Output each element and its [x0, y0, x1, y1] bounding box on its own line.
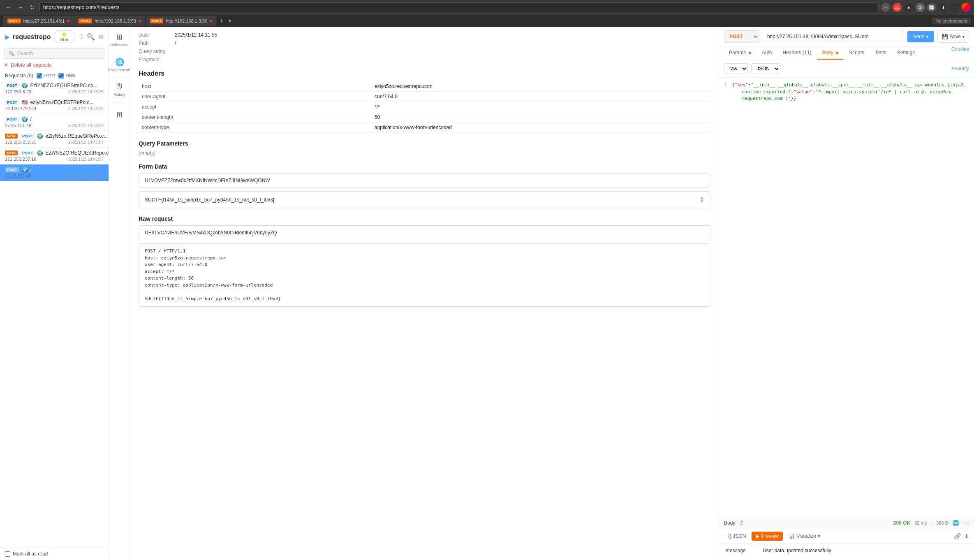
beautify-button[interactable]: Beautify: [951, 66, 969, 72]
delete-all-button[interactable]: ✕ Delete all requests: [4, 62, 104, 68]
send-button[interactable]: Send ▾: [907, 31, 934, 42]
form-data-box[interactable]: U1VDVEZ7Zmw0c2tfMXNfNWItcDFIXZJINI9weWQO…: [139, 173, 710, 188]
cookies-link[interactable]: Cookies: [951, 46, 969, 60]
tab-settings[interactable]: Settings: [892, 46, 920, 60]
header-name-host: host: [139, 81, 371, 92]
ext-icon-1[interactable]: 🎮: [881, 3, 890, 12]
flag-icon: 🇺🇸: [22, 100, 28, 105]
new-badge: NEW: [5, 134, 18, 139]
form-data-box-2[interactable]: SUCTF{f14sk_1s_5imp1e_bu7_pyd45h_1s_n0t_…: [139, 191, 710, 208]
tab-auth[interactable]: Auth: [757, 46, 777, 60]
back-button[interactable]: ←: [3, 3, 13, 12]
forward-button[interactable]: →: [16, 3, 25, 12]
response-history-icon[interactable]: ⏱: [739, 520, 744, 526]
headers-title: Headers: [139, 70, 710, 77]
dns-label: DNS: [65, 73, 75, 78]
sidebar-item-history[interactable]: ⏱ History: [111, 81, 129, 99]
new-badge: NEW: [5, 150, 18, 155]
zoom-icon[interactable]: ⊕: [98, 33, 104, 41]
method-badge: POST: [5, 167, 19, 172]
code-editor[interactable]: 1 {"key":"__init__.__globals__.globals._…: [719, 78, 974, 517]
tab-1[interactable]: POST http://27.25.151.48:1: [3, 16, 74, 26]
tab-dropdown-button[interactable]: ▾: [227, 18, 233, 24]
network-icon[interactable]: 🌐: [952, 520, 959, 526]
list-item[interactable]: POST 🇺🇸 ezIyN5zo.rEQuESTRePo.c... 74.125…: [0, 97, 109, 114]
refresh-button[interactable]: ↻: [28, 3, 37, 12]
body-format-raw[interactable]: raw: [724, 63, 748, 74]
resp-tab-visualize[interactable]: 📊 Visualize ▾: [784, 532, 824, 541]
tab-tests[interactable]: Tests: [870, 46, 891, 60]
method-select[interactable]: POST GET PUT DELETE: [724, 30, 759, 43]
path-value: /: [175, 40, 176, 46]
resp-tab-json[interactable]: {} JSON: [724, 532, 750, 541]
flag-icon: 🌍: [22, 167, 28, 173]
sidebar-item-collections[interactable]: ⊞ Collections: [111, 30, 129, 49]
ext-icon-5[interactable]: 🔄: [927, 3, 936, 12]
dns-checkbox[interactable]: [58, 73, 64, 79]
mark-all-read-button[interactable]: Mark all as read: [0, 547, 109, 560]
url-bar-row: POST GET PUT DELETE Send ▾ 💾 Save ▾: [719, 27, 974, 46]
tab-2[interactable]: POST http://192.168.1.3:50: [74, 16, 145, 26]
sidebar-item-grids[interactable]: ⊞: [111, 106, 129, 124]
left-sidebar: ▶ requestrepo ⭐ Star ☽ 🔍 ⊕ 🔍 Search ✕ De…: [0, 27, 109, 560]
profile-icon[interactable]: [962, 3, 971, 12]
sidebar-item-environments[interactable]: 🌐 Environments: [111, 56, 129, 74]
ext-icon-7[interactable]: ⋯: [950, 3, 959, 12]
more-options-icon[interactable]: ⋯: [963, 520, 969, 526]
tab2-dot: [139, 20, 141, 22]
new-tab-button[interactable]: +: [217, 17, 226, 25]
visualize-label: Visualize: [796, 533, 816, 539]
tab-scripts[interactable]: Scripts: [844, 46, 869, 60]
tab-3[interactable]: POST http://192.168.1.3:50: [146, 16, 216, 26]
ext-icon-6[interactable]: ⬇: [939, 3, 948, 12]
search-toggle[interactable]: 🔍: [87, 33, 95, 41]
body-toolbar: raw JSON Beautify: [719, 60, 974, 78]
dropdown-icon[interactable]: ⇕: [699, 196, 704, 204]
search-icon: 🔍: [9, 51, 15, 56]
copy-link-icon[interactable]: 🔗: [954, 533, 961, 539]
ext-icon-2[interactable]: 🦊: [893, 3, 902, 12]
http-filter[interactable]: HTTP: [37, 73, 56, 79]
visualize-dropdown[interactable]: ▾: [818, 533, 820, 539]
ext-icon-3[interactable]: ●: [904, 3, 913, 12]
http-checkbox[interactable]: [37, 73, 42, 79]
form-data-section: Form Data U1VDVEZ7Zmw0c2tfMXNfNWItcDFIXZ…: [139, 163, 710, 208]
star-button[interactable]: ⭐ Star: [54, 30, 74, 43]
url-bar[interactable]: [39, 2, 879, 12]
separator: [113, 77, 126, 77]
tab-headers[interactable]: Headers (11): [777, 46, 816, 60]
send-dropdown-icon[interactable]: ▾: [926, 35, 928, 39]
environments-icon: 🌐: [115, 58, 124, 67]
req-ip: 27.25.151.48: [5, 174, 31, 178]
theme-toggle[interactable]: ☽: [78, 33, 83, 41]
list-item[interactable]: NEW POST 🌍 eZiyN5zo.REqueStRePo.c... 172…: [0, 131, 109, 148]
flag-icon: 🌍: [22, 83, 28, 88]
request-url-input[interactable]: [763, 31, 904, 42]
tab-bar: POST http://27.25.151.48:1 POST http://1…: [0, 15, 974, 27]
dns-filter[interactable]: DNS: [58, 73, 75, 79]
list-item[interactable]: NEW POST 🌍 EZiYN5ZO.REQUEStRepo.c... 172…: [0, 148, 109, 164]
ext-icon-4[interactable]: ⚙: [916, 3, 925, 12]
logo-icon: ▶: [5, 34, 9, 40]
tab-body[interactable]: Body: [817, 46, 843, 60]
tab1-method: POST: [7, 19, 21, 23]
settings-label: Settings: [897, 50, 915, 56]
query-params-title: Query Parameters: [139, 140, 710, 147]
mark-read-checkbox[interactable]: [5, 551, 10, 557]
tab-params[interactable]: Params: [724, 46, 756, 60]
save-button[interactable]: 💾 Save ▾: [937, 30, 969, 43]
list-item[interactable]: POST 🌍 EziYN5ZO.rEQUEStrePO.co... 172.25…: [0, 80, 109, 97]
no-environment-label[interactable]: No environment: [932, 18, 971, 24]
header-name-content-length: content-length: [139, 112, 371, 123]
list-item-active[interactable]: POST 🌍 / 27.25.151.48 2025/1/12 14:41:08: [0, 164, 109, 181]
download-icon[interactable]: ⬇: [964, 533, 969, 539]
table-row: host eziyn5zo.requestrepo.com: [139, 81, 710, 92]
search-bar[interactable]: 🔍 Search: [4, 48, 104, 59]
resp-tab-preview[interactable]: ▶ Preview: [752, 532, 783, 541]
list-item[interactable]: POST 🌍 / 27.25.151.48 2025/1/12 14:38:26: [0, 114, 109, 131]
body-format-json[interactable]: JSON: [751, 63, 780, 74]
middle-panel: Date 2025/1/12 14:11:55 Path / Query str…: [130, 27, 719, 560]
sidebar-header: ▶ requestrepo ⭐ Star ☽ 🔍 ⊕: [0, 27, 109, 46]
icon-sidebar: ⊞ Collections 🌐 Environments ⏱ History ⊞: [109, 27, 130, 560]
save-dropdown-icon[interactable]: ▾: [962, 35, 965, 39]
